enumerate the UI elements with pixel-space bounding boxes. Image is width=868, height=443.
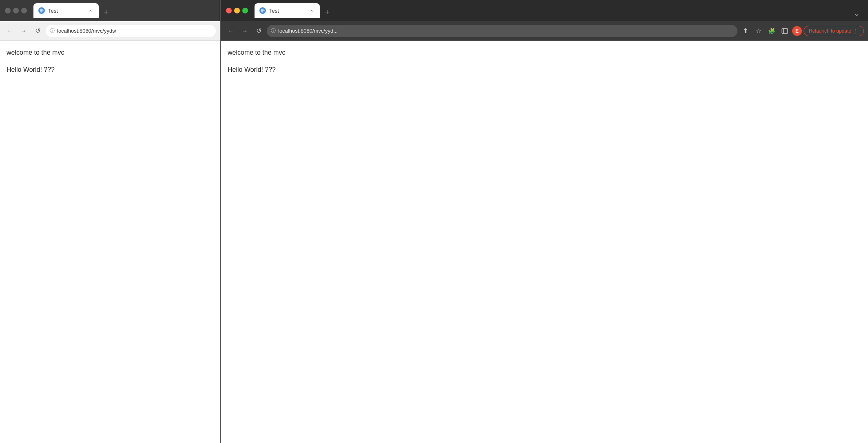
right-forward-button[interactable]: → bbox=[239, 25, 250, 37]
left-reload-button[interactable]: ↺ bbox=[32, 25, 43, 37]
more-options-icon: ⋮ bbox=[853, 28, 859, 34]
right-close-button[interactable] bbox=[226, 8, 232, 13]
left-close-button[interactable] bbox=[5, 8, 11, 13]
left-lock-icon: ⓘ bbox=[50, 27, 55, 34]
right-traffic-lights bbox=[226, 8, 248, 13]
right-active-tab[interactable]: Test × bbox=[255, 3, 320, 18]
right-toolbar-extras: ⬆ ☆ 🧩 E Relaunch to update ⋮ bbox=[740, 25, 864, 37]
right-reload-button[interactable]: ↺ bbox=[253, 25, 264, 37]
right-minimize-button[interactable] bbox=[234, 8, 240, 13]
right-content-line2: Hello World! ??? bbox=[228, 66, 861, 73]
left-traffic-lights bbox=[5, 8, 27, 13]
left-maximize-button[interactable] bbox=[21, 8, 27, 13]
left-tab-close[interactable]: × bbox=[87, 7, 94, 14]
left-tab-label: Test bbox=[48, 8, 84, 14]
left-addressbar: ← → ↺ ⓘ localhost:8080/mvc/yyds/ bbox=[0, 21, 220, 41]
relaunch-label: Relaunch to update bbox=[809, 28, 851, 34]
right-page-content: welcome to the mvc Hello World! ??? bbox=[221, 41, 868, 443]
left-content-line2: Hello World! ??? bbox=[7, 66, 213, 73]
left-address-field[interactable]: ⓘ localhost:8080/mvc/yyds/ bbox=[46, 25, 216, 37]
right-back-button[interactable]: ← bbox=[225, 25, 237, 37]
share-button[interactable]: ⬆ bbox=[740, 25, 751, 37]
left-titlebar: Test × + bbox=[0, 0, 220, 21]
right-url-text: localhost:8080/mvc/yyd... bbox=[278, 28, 338, 34]
right-lock-icon: ⓘ bbox=[271, 27, 276, 34]
right-address-field[interactable]: ⓘ localhost:8080/mvc/yyd... bbox=[267, 25, 737, 37]
bookmark-button[interactable]: ☆ bbox=[753, 25, 764, 37]
right-tab-favicon bbox=[259, 7, 266, 14]
tab-dropdown-arrow[interactable]: ⌄ bbox=[854, 9, 860, 18]
right-content-line1: welcome to the mvc bbox=[228, 49, 861, 56]
right-maximize-button[interactable] bbox=[242, 8, 248, 13]
left-content-line1: welcome to the mvc bbox=[7, 49, 213, 56]
left-tab-bar: Test × + bbox=[30, 3, 215, 18]
right-tab-bar: Test × + ⌄ bbox=[251, 3, 863, 18]
extensions-button[interactable]: 🧩 bbox=[766, 25, 777, 37]
left-forward-button[interactable]: → bbox=[18, 25, 29, 37]
right-new-tab-button[interactable]: + bbox=[321, 7, 333, 18]
right-browser-window: Test × + ⌄ ← → ↺ ⓘ localhost:8080/mvc/yy… bbox=[221, 0, 868, 443]
relaunch-button[interactable]: Relaunch to update ⋮ bbox=[804, 26, 864, 36]
left-tab-favicon bbox=[38, 7, 45, 14]
left-page-content: welcome to the mvc Hello World! ??? bbox=[0, 41, 220, 443]
left-back-button[interactable]: ← bbox=[4, 25, 16, 37]
profile-avatar[interactable]: E bbox=[792, 26, 802, 36]
right-addressbar: ← → ↺ ⓘ localhost:8080/mvc/yyd... ⬆ ☆ 🧩 … bbox=[221, 21, 868, 41]
right-tab-close[interactable]: × bbox=[308, 7, 315, 14]
left-minimize-button[interactable] bbox=[13, 8, 19, 13]
left-url-text: localhost:8080/mvc/yyds/ bbox=[57, 28, 116, 34]
right-tab-label: Test bbox=[269, 8, 305, 14]
right-titlebar: Test × + ⌄ bbox=[221, 0, 868, 21]
left-new-tab-button[interactable]: + bbox=[100, 7, 112, 18]
sidebar-toggle-button[interactable] bbox=[779, 25, 790, 37]
left-browser-window: Test × + ← → ↺ ⓘ localhost:8080/mvc/yyds… bbox=[0, 0, 220, 443]
left-active-tab[interactable]: Test × bbox=[33, 3, 99, 18]
svg-rect-6 bbox=[782, 29, 788, 33]
